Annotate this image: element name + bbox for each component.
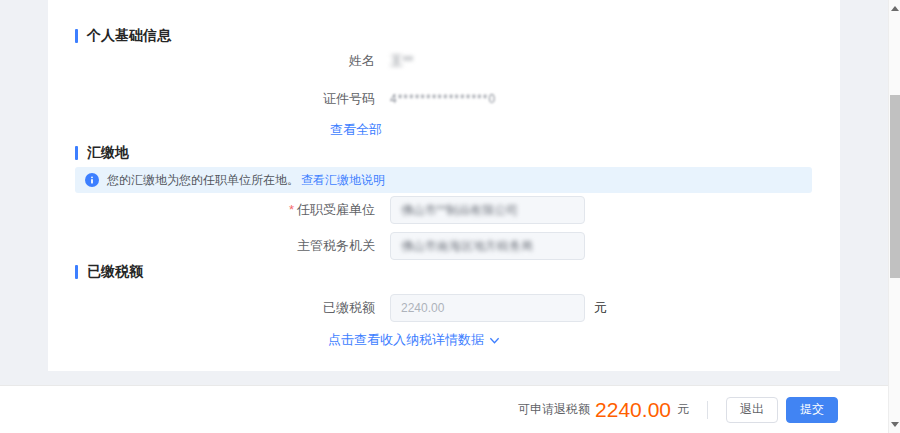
view-all-link[interactable]: 查看全部 xyxy=(330,121,382,139)
banner-remittance-help-link[interactable]: 查看汇缴地说明 xyxy=(301,172,385,189)
tax-paid-label: 已缴税额 xyxy=(48,299,375,317)
name-row: 姓名 王** xyxy=(48,47,840,75)
exit-button[interactable]: 退出 xyxy=(726,397,778,423)
id-number-value: 4****************0 xyxy=(390,92,496,106)
section-tax-paid-title: 已缴税额 xyxy=(75,264,143,280)
name-value: 王** xyxy=(390,52,413,70)
tax-authority-label: 主管税务机关 xyxy=(48,237,375,255)
tax-paid-input[interactable]: 2240.00 xyxy=(390,294,585,322)
employer-input-value: 佛山市**制品有限公司 xyxy=(401,202,518,219)
employer-row: *任职受雇单位 佛山市**制品有限公司 xyxy=(48,196,840,224)
section-title-bar xyxy=(75,146,78,160)
tax-paid-input-value: 2240.00 xyxy=(401,301,444,315)
section-title-bar xyxy=(75,265,78,279)
tax-paid-unit: 元 xyxy=(594,299,607,317)
submit-button[interactable]: 提交 xyxy=(786,397,838,423)
content-card: 个人基础信息 姓名 王** 证件号码 4****************0 查看… xyxy=(48,0,840,371)
info-icon xyxy=(85,173,99,187)
section-title-text: 个人基础信息 xyxy=(87,27,171,45)
section-title-text: 汇缴地 xyxy=(87,144,129,162)
banner-text: 您的汇缴地为您的任职单位所在地。 xyxy=(107,172,299,189)
scroll-thumb[interactable] xyxy=(890,95,900,278)
name-label: 姓名 xyxy=(48,52,375,70)
employer-input[interactable]: 佛山市**制品有限公司 xyxy=(390,196,585,224)
tax-paid-row: 已缴税额 2240.00 元 xyxy=(48,294,840,322)
scroll-down-icon[interactable] xyxy=(891,422,899,430)
section-personal-info-title: 个人基础信息 xyxy=(75,28,171,44)
employer-label: *任职受雇单位 xyxy=(48,201,375,219)
income-detail-link-text: 点击查看收入纳税详情数据 xyxy=(328,331,484,349)
id-number-label: 证件号码 xyxy=(48,90,375,108)
scroll-up-icon[interactable] xyxy=(891,3,899,11)
refund-label: 可申请退税额 xyxy=(518,401,590,418)
section-title-bar xyxy=(75,29,78,43)
section-remittance-title: 汇缴地 xyxy=(75,145,129,161)
tax-authority-input-value: 佛山市南海区地方税务局 xyxy=(401,238,533,255)
refund-unit: 元 xyxy=(677,401,689,418)
tax-authority-input[interactable]: 佛山市南海区地方税务局 xyxy=(390,232,585,260)
info-banner: 您的汇缴地为您的任职单位所在地。 查看汇缴地说明 xyxy=(75,167,812,193)
tax-authority-row: 主管税务机关 佛山市南海区地方税务局 xyxy=(48,232,840,260)
income-detail-link[interactable]: 点击查看收入纳税详情数据 xyxy=(328,331,500,349)
scrollbar[interactable] xyxy=(888,0,900,433)
id-number-row: 证件号码 4****************0 xyxy=(48,85,840,113)
refund-amount: 2240.00 xyxy=(595,398,671,422)
required-asterisk: * xyxy=(289,202,294,217)
footer-bar: 可申请退税额 2240.00 元 退出 提交 xyxy=(0,385,888,433)
footer-divider xyxy=(707,401,708,419)
section-title-text: 已缴税额 xyxy=(87,263,143,281)
chevron-down-icon xyxy=(489,335,500,346)
